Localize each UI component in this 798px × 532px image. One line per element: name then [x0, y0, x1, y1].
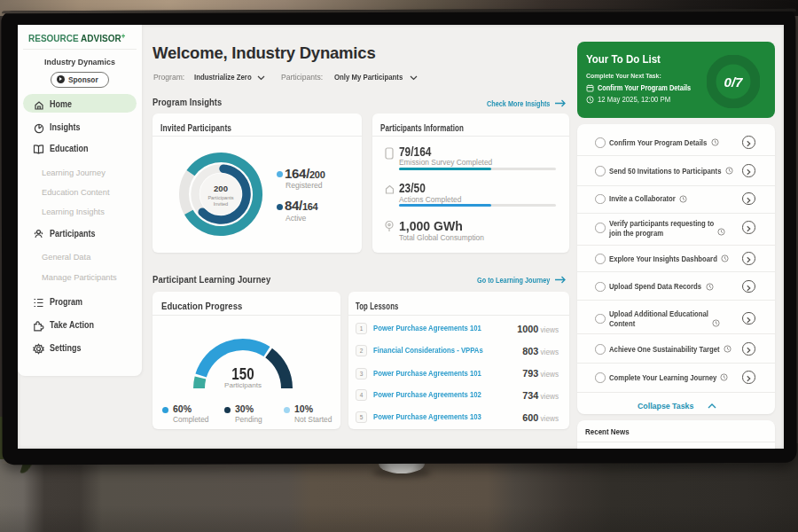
svg-text:Participants: Participants [207, 195, 233, 200]
svg-text:Invited: Invited [214, 201, 228, 207]
svg-text:200: 200 [214, 184, 228, 193]
